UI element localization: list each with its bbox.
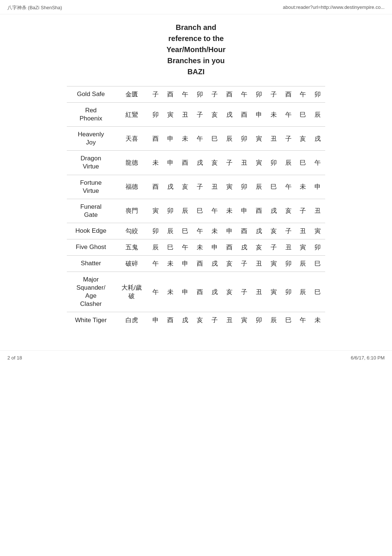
row-char: 未 [296, 175, 310, 199]
row-char: 丑 [251, 255, 266, 272]
row-char: 子 [192, 103, 207, 127]
row-char: 午 [192, 223, 207, 239]
row-char: 申 [163, 151, 178, 175]
row-char: 丑 [281, 239, 296, 255]
row-chinese: 五鬼 [115, 239, 148, 255]
row-char: 子 [148, 86, 163, 103]
row-char: 辰 [296, 255, 310, 272]
row-char: 卯 [237, 175, 251, 199]
row-char: 未 [148, 151, 163, 175]
page-title: Branch and reference to the Year/Month/H… [67, 22, 325, 77]
row-char: 申 [207, 239, 222, 255]
row-char: 申 [178, 255, 193, 272]
row-char: 子 [266, 86, 281, 103]
footer-left: 2 of 18 [7, 355, 22, 361]
row-char: 寅 [296, 239, 310, 255]
row-char: 戌 [251, 223, 266, 239]
row-char: 辰 [296, 272, 310, 312]
row-char: 子 [222, 151, 237, 175]
row-chinese: 金匱 [115, 86, 148, 103]
row-char: 酉 [178, 151, 193, 175]
row-char: 子 [266, 239, 281, 255]
row-char: 卯 [148, 223, 163, 239]
row-char: 辰 [222, 127, 237, 151]
row-char: 午 [296, 312, 310, 328]
row-char: 卯 [310, 239, 325, 255]
row-char: 酉 [237, 223, 251, 239]
row-char: 申 [310, 175, 325, 199]
row-char: 子 [207, 312, 222, 328]
row-chinese: 天喜 [115, 127, 148, 151]
row-char: 未 [178, 127, 193, 151]
row-char: 寅 [251, 127, 266, 151]
row-char: 巳 [266, 175, 281, 199]
row-char: 午 [207, 199, 222, 223]
row-char: 亥 [222, 255, 237, 272]
row-char: 午 [148, 255, 163, 272]
row-char: 寅 [266, 255, 281, 272]
table-row: Dragon Virtue龍德未申酉戌亥子丑寅卯辰巳午 [67, 151, 325, 175]
row-char: 戌 [178, 312, 193, 328]
footer-right: 6/6/17, 6:10 PM [351, 355, 385, 361]
row-char: 酉 [148, 175, 163, 199]
row-char: 巳 [163, 239, 178, 255]
row-char: 丑 [251, 272, 266, 312]
row-char: 辰 [178, 199, 193, 223]
row-english: White Tiger [67, 312, 115, 328]
row-char: 子 [281, 223, 296, 239]
row-char: 寅 [163, 103, 178, 127]
row-char: 酉 [192, 255, 207, 272]
row-char: 午 [148, 272, 163, 312]
row-char: 午 [237, 86, 251, 103]
row-char: 午 [178, 239, 193, 255]
row-char: 午 [296, 86, 310, 103]
row-char: 丑 [222, 312, 237, 328]
row-char: 巳 [178, 223, 193, 239]
row-char: 卯 [237, 127, 251, 151]
row-char: 巳 [207, 127, 222, 151]
row-char: 丑 [266, 127, 281, 151]
row-char: 子 [237, 272, 251, 312]
row-char: 子 [296, 199, 310, 223]
row-char: 卯 [281, 272, 296, 312]
row-char: 戌 [237, 239, 251, 255]
row-char: 酉 [163, 86, 178, 103]
row-char: 未 [192, 239, 207, 255]
row-chinese: 破碎 [115, 255, 148, 272]
row-char: 申 [251, 103, 266, 127]
row-char: 寅 [251, 151, 266, 175]
row-char: 卯 [310, 86, 325, 103]
row-char: 午 [310, 151, 325, 175]
row-char: 戌 [310, 127, 325, 151]
row-char: 丑 [296, 223, 310, 239]
row-char: 亥 [207, 103, 222, 127]
table-row: Major Squander/ Age Clasher大耗/歲 破午未申酉戌亥子… [67, 272, 325, 312]
row-char: 卯 [251, 312, 266, 328]
row-char: 辰 [251, 175, 266, 199]
row-english: Shatter [67, 255, 115, 272]
page-header-left: 八字神杀 (BaZi ShenSha) [7, 4, 62, 11]
row-char: 申 [163, 127, 178, 151]
row-english: Funeral Gate [67, 199, 115, 223]
row-char: 巳 [192, 199, 207, 223]
row-char: 丑 [237, 151, 251, 175]
row-char: 亥 [266, 223, 281, 239]
row-char: 巳 [310, 272, 325, 312]
row-english: Red Phoenix [67, 103, 115, 127]
row-char: 酉 [163, 312, 178, 328]
table-row: Funeral Gate喪門寅卯辰巳午未申酉戌亥子丑 [67, 199, 325, 223]
row-char: 戌 [222, 103, 237, 127]
row-char: 戌 [207, 272, 222, 312]
row-english: Hook Edge [67, 223, 115, 239]
row-char: 戌 [163, 175, 178, 199]
row-char: 辰 [310, 103, 325, 127]
row-english: Heavenly Joy [67, 127, 115, 151]
row-char: 卯 [266, 151, 281, 175]
row-char: 子 [281, 127, 296, 151]
row-chinese: 白虎 [115, 312, 148, 328]
row-char: 午 [192, 127, 207, 151]
row-char: 戌 [266, 199, 281, 223]
row-char: 寅 [266, 272, 281, 312]
row-english: Gold Safe [67, 86, 115, 103]
row-char: 亥 [192, 312, 207, 328]
